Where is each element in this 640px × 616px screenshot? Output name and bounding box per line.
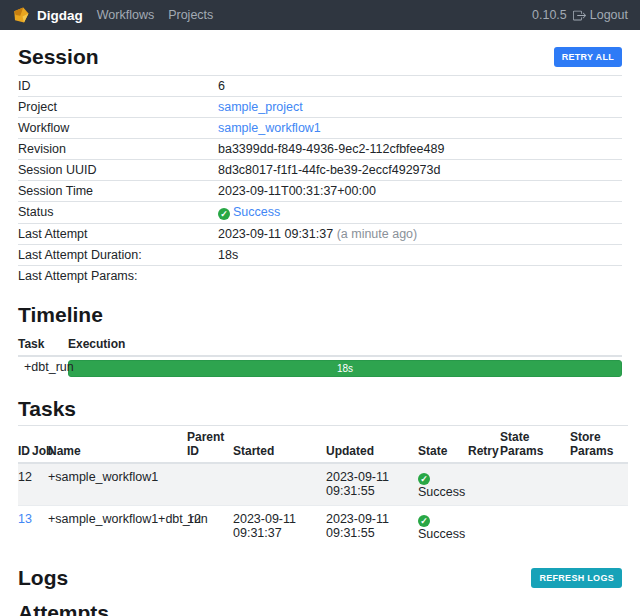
session-row-revision: Revision ba3399dd-f849-4936-9ec2-112cfbf…: [18, 139, 622, 160]
brand-home-link[interactable]: Digdag: [12, 6, 83, 24]
task-name: +sample_workflow1+dbt_run: [48, 506, 187, 548]
tasks-col-job: Job: [32, 426, 48, 464]
task-row: 12 +sample_workflow1 2023-09-11 09:31:55…: [18, 463, 628, 506]
session-value-duration: 18s: [218, 245, 622, 266]
session-row-status: Status ✓Success: [18, 202, 622, 224]
session-label-id: ID: [18, 76, 218, 97]
session-value-params: [218, 266, 622, 287]
task-state-params: [500, 463, 570, 506]
navbar: Digdag Workflows Projects 0.10.5 Logout: [0, 0, 640, 30]
last-attempt-relative: (a minute ago): [337, 227, 418, 241]
session-value-uuid: 8d3c8017-f1f1-44fc-be39-2eccf492973d: [218, 160, 622, 181]
timeline-duration-bar: 18s: [68, 360, 622, 377]
project-link[interactable]: sample_project: [218, 100, 303, 114]
task-store-params: [570, 506, 628, 548]
success-check-icon: ✓: [418, 473, 430, 485]
task-started: 2023-09-11 09:31:37: [233, 506, 326, 548]
session-row-time: Session Time 2023-09-11T00:31:37+00:00: [18, 181, 622, 202]
tasks-col-parent-id: Parent ID: [187, 426, 233, 464]
session-label-duration: Last Attempt Duration:: [18, 245, 218, 266]
tasks-col-store-params: Store Params: [570, 426, 628, 464]
task-store-params: [570, 463, 628, 506]
task-id-link[interactable]: 13: [18, 512, 32, 526]
task-parent-id: 12: [187, 506, 233, 548]
tasks-col-retry: Retry: [468, 426, 500, 464]
timeline-col-task: Task: [18, 333, 68, 356]
logout-link[interactable]: Logout: [573, 8, 628, 22]
success-check-icon: ✓: [418, 515, 430, 527]
task-retry: [468, 506, 500, 548]
tasks-col-name: Name: [48, 426, 187, 464]
tasks-heading: Tasks: [18, 396, 622, 421]
session-row-id: ID 6: [18, 76, 622, 97]
brand-title[interactable]: Digdag: [37, 8, 83, 23]
logout-label[interactable]: Logout: [590, 8, 628, 22]
task-updated: 2023-09-11 09:31:55: [326, 506, 418, 548]
retry-all-button[interactable]: RETRY ALL: [554, 47, 622, 67]
workflow-link[interactable]: sample_workflow1: [218, 121, 321, 135]
session-label-params: Last Attempt Params:: [18, 266, 218, 287]
session-label-revision: Revision: [18, 139, 218, 160]
session-row-project: Project sample_project: [18, 97, 622, 118]
task-state-params: [500, 506, 570, 548]
session-label-workflow: Workflow: [18, 118, 218, 139]
timeline-task-name: +dbt_run: [18, 356, 68, 380]
session-value-time: 2023-09-11T00:31:37+00:00: [218, 181, 622, 202]
session-label-uuid: Session UUID: [18, 160, 218, 181]
session-row-uuid: Session UUID 8d3c8017-f1f1-44fc-be39-2ec…: [18, 160, 622, 181]
task-parent-id: [187, 463, 233, 506]
digdag-logo-icon: [12, 6, 30, 24]
task-name: +sample_workflow1: [48, 463, 187, 506]
task-updated: 2023-09-11 09:31:55: [326, 463, 418, 506]
task-state: Success: [418, 485, 464, 499]
session-value-revision: ba3399dd-f849-4936-9ec2-112cfbfee489: [218, 139, 622, 160]
status-success-link[interactable]: Success: [233, 205, 280, 219]
task-state: Success: [418, 527, 464, 541]
session-row-last-attempt: Last Attempt 2023-09-11 09:31:37 (a minu…: [18, 224, 622, 245]
nav-item-projects[interactable]: Projects: [168, 8, 213, 22]
logs-heading: Logs: [18, 565, 68, 590]
session-label-time: Session Time: [18, 181, 218, 202]
timeline-bar-label: 18s: [337, 363, 353, 374]
session-heading: Session: [18, 44, 99, 69]
session-row-params: Last Attempt Params:: [18, 266, 622, 287]
nav-item-workflows[interactable]: Workflows: [97, 8, 154, 22]
task-job: [32, 506, 48, 548]
tasks-col-state-params: State Params: [500, 426, 570, 464]
session-row-workflow: Workflow sample_workflow1: [18, 118, 622, 139]
last-attempt-timestamp: 2023-09-11 09:31:37: [218, 227, 333, 241]
timeline-col-execution: Execution: [68, 333, 622, 356]
task-job: [32, 463, 48, 506]
session-label-project: Project: [18, 97, 218, 118]
session-value-id: 6: [218, 76, 622, 97]
session-table: ID 6 Project sample_project Workflow sam…: [18, 75, 622, 286]
tasks-table: ID Job Name Parent ID Started Updated St…: [18, 425, 628, 547]
refresh-logs-button[interactable]: REFRESH LOGS: [531, 568, 622, 588]
attempts-heading: Attempts: [18, 600, 622, 616]
timeline-heading: Timeline: [18, 302, 622, 327]
session-label-last-attempt: Last Attempt: [18, 224, 218, 245]
task-retry: [468, 463, 500, 506]
task-started: [233, 463, 326, 506]
success-check-icon: ✓: [218, 208, 230, 220]
tasks-col-updated: Updated: [326, 426, 418, 464]
logout-icon: [573, 9, 586, 22]
session-row-duration: Last Attempt Duration: 18s: [18, 245, 622, 266]
tasks-col-id: ID: [18, 426, 32, 464]
tasks-col-started: Started: [233, 426, 326, 464]
task-id: 12: [18, 463, 32, 506]
tasks-col-state: State: [418, 426, 468, 464]
session-label-status: Status: [18, 202, 218, 224]
timeline-table: Task Execution +dbt_run 18s: [18, 333, 622, 380]
task-row: 13 +sample_workflow1+dbt_run 12 2023-09-…: [18, 506, 628, 548]
version-label: 0.10.5: [532, 8, 567, 22]
timeline-row: +dbt_run 18s: [18, 356, 622, 380]
